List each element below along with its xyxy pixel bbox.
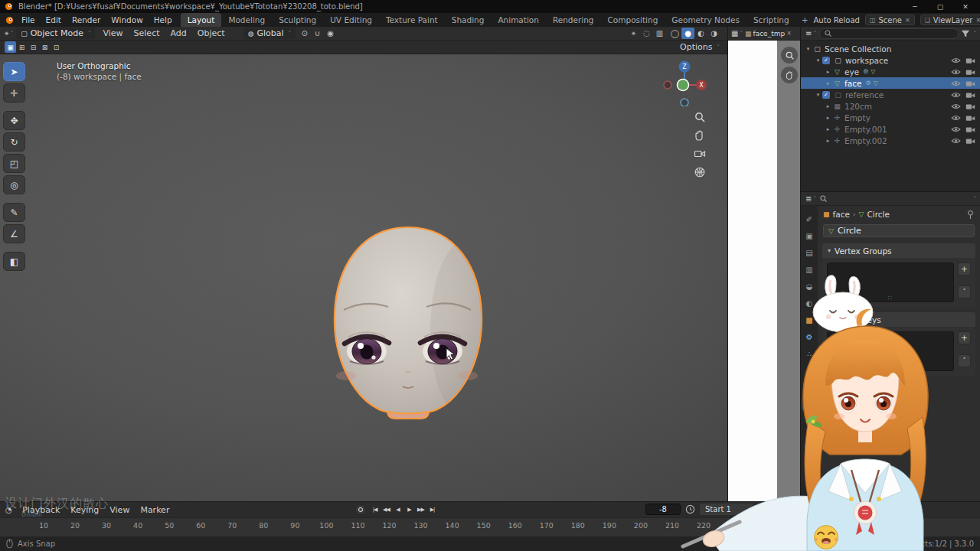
- 3d-head-model[interactable]: [0, 54, 727, 501]
- menu-render[interactable]: Render: [67, 15, 106, 24]
- disclosure-triangle-icon[interactable]: ▸: [824, 80, 832, 86]
- prev-keyframe-button[interactable]: ◀◀: [381, 504, 392, 515]
- shading-solid-icon[interactable]: ●: [681, 28, 694, 39]
- transform-orientation-dropdown[interactable]: ◍ Global ˅: [243, 28, 296, 39]
- view-layer-selector[interactable]: ❏ ViewLayer ✕: [920, 15, 980, 25]
- workspace-tab-shading[interactable]: Shading: [445, 13, 492, 27]
- unlink-view-layer-icon[interactable]: ✕: [975, 17, 980, 24]
- jump-to-end-button[interactable]: ▶|: [426, 504, 438, 515]
- tool-scale[interactable]: ◰: [3, 154, 25, 173]
- outliner-row-empty-002[interactable]: ▸✛Empty.002: [801, 135, 980, 146]
- disclosure-triangle-icon[interactable]: ▾: [814, 92, 822, 98]
- outliner-search-input[interactable]: [819, 28, 959, 39]
- workspace-tab-geometry-nodes[interactable]: Geometry Nodes: [665, 13, 746, 27]
- play-button[interactable]: ▶: [403, 504, 415, 515]
- select-mode-invert-icon[interactable]: ⊠: [39, 41, 51, 53]
- tab-tool[interactable]: ✐: [802, 212, 817, 226]
- unlink-image-icon[interactable]: ✕: [786, 30, 792, 37]
- outliner-row-empty[interactable]: ▸✛Empty: [801, 112, 980, 123]
- select-mode-set-icon[interactable]: ▣: [5, 41, 16, 53]
- tool-add-cube[interactable]: ◧: [3, 252, 25, 271]
- shading-wireframe-icon[interactable]: ◯: [668, 28, 681, 39]
- workspace-tab-rendering[interactable]: Rendering: [546, 13, 601, 27]
- outliner-row-120cm[interactable]: ▸▦120cm: [801, 100, 980, 112]
- outliner-row-face[interactable]: ▸▽face⚙▽: [801, 77, 980, 89]
- snap-magnet-toggle-icon[interactable]: ∪: [311, 28, 324, 39]
- properties-options-icon[interactable]: ˅: [974, 196, 977, 202]
- disable-in-renders-toggle[interactable]: [965, 68, 975, 76]
- pin-icon[interactable]: [966, 210, 975, 220]
- disclosure-triangle-icon[interactable]: ▸: [824, 103, 832, 109]
- disable-in-renders-toggle[interactable]: [965, 91, 975, 99]
- disable-in-renders-toggle[interactable]: [965, 114, 975, 122]
- hide-in-viewport-toggle[interactable]: [951, 68, 961, 76]
- hide-in-viewport-toggle[interactable]: [951, 57, 961, 64]
- next-keyframe-button[interactable]: ▶▶: [415, 504, 426, 515]
- hide-in-viewport-toggle[interactable]: [951, 137, 961, 145]
- shading-material-preview-icon[interactable]: ◐: [694, 28, 707, 39]
- play-reverse-button[interactable]: ◀: [392, 504, 403, 515]
- menu-edit[interactable]: Edit: [41, 15, 67, 24]
- tool-rotate[interactable]: ↻: [3, 132, 25, 152]
- select-mode-subtract-icon[interactable]: ⊟: [28, 41, 39, 53]
- options-dropdown[interactable]: Options ˅: [680, 42, 723, 52]
- add-workspace-button[interactable]: +: [796, 15, 814, 24]
- hide-in-viewport-toggle[interactable]: [951, 103, 961, 110]
- tool-cursor[interactable]: ✛: [3, 83, 25, 103]
- datablock-name-field[interactable]: ▽ Circle: [823, 224, 975, 237]
- pan-hand-icon[interactable]: [781, 67, 798, 83]
- hide-in-viewport-toggle[interactable]: [951, 80, 961, 87]
- workspace-tab-sculpting[interactable]: Sculpting: [272, 13, 323, 27]
- disable-in-renders-toggle[interactable]: [965, 57, 975, 64]
- tool-measure[interactable]: ∠: [3, 224, 25, 243]
- editor-type-properties-icon[interactable]: ≣˅: [805, 194, 817, 203]
- shape-keys-specials-button[interactable]: ˅: [958, 354, 971, 367]
- outliner-options-icon[interactable]: ˅: [974, 31, 977, 37]
- zoom-icon[interactable]: [694, 111, 706, 123]
- close-button[interactable]: ✕: [956, 3, 975, 11]
- menu-select[interactable]: Select: [129, 28, 165, 38]
- blender-menu-icon[interactable]: [5, 16, 14, 24]
- vertex-groups-specials-button[interactable]: ˅: [958, 285, 971, 298]
- disclosure-triangle-icon[interactable]: ▸: [824, 69, 832, 75]
- outliner-row-reference[interactable]: ▾✓▢reference: [801, 89, 980, 100]
- menu-view[interactable]: View: [97, 28, 128, 38]
- hide-in-viewport-toggle[interactable]: [951, 114, 961, 122]
- navigation-gizmo[interactable]: X Z: [662, 57, 710, 106]
- mode-selector-dropdown[interactable]: ▢ Object Mode ˅: [16, 28, 95, 39]
- show-gizmos-toggle-icon[interactable]: ⌖: [627, 28, 640, 39]
- hide-in-viewport-toggle[interactable]: [951, 91, 961, 99]
- jump-to-start-button[interactable]: |◀: [369, 504, 381, 515]
- disable-in-renders-toggle[interactable]: [965, 103, 975, 110]
- workspace-tab-layout[interactable]: Layout: [181, 13, 222, 27]
- image-name[interactable]: face_tmp: [753, 30, 785, 37]
- auto-reload-button[interactable]: Auto Reload: [813, 16, 859, 24]
- viewport-canvas[interactable]: ➤✛✥↻◰◎✎∠◧ User Orthographic (-8) workspa…: [0, 54, 727, 501]
- collapse-icon[interactable]: ▾: [828, 247, 831, 254]
- select-mode-extend-icon[interactable]: ⊞: [16, 41, 28, 53]
- collection-checkbox[interactable]: ✓: [822, 91, 830, 99]
- disclosure-triangle-icon[interactable]: ▸: [824, 115, 832, 121]
- minimize-button[interactable]: ─: [905, 3, 925, 11]
- add-vertex-groups-button[interactable]: +: [958, 262, 971, 276]
- tool-annotate[interactable]: ✎: [3, 203, 25, 222]
- workspace-tab-texture-paint[interactable]: Texture Paint: [379, 13, 445, 27]
- tab-render[interactable]: ▣: [802, 229, 817, 243]
- pan-hand-icon[interactable]: [694, 129, 706, 142]
- disclosure-triangle-icon[interactable]: ▸: [824, 126, 832, 132]
- toggle-grid-icon[interactable]: [694, 166, 706, 178]
- auto-keying-toggle[interactable]: [355, 504, 366, 515]
- hide-in-viewport-toggle[interactable]: [951, 126, 961, 133]
- menu-window[interactable]: Window: [106, 15, 148, 24]
- maximize-button[interactable]: ▢: [930, 3, 950, 11]
- disclosure-triangle-icon[interactable]: ▾: [814, 57, 822, 64]
- unlink-scene-icon[interactable]: ✕: [905, 17, 910, 24]
- pivot-point-dropdown-icon[interactable]: ⊙: [298, 28, 311, 39]
- tool-tweak-select[interactable]: ➤: [3, 62, 25, 81]
- workspace-tab-uv-editing[interactable]: UV Editing: [323, 13, 379, 27]
- breadcrumb-object[interactable]: face: [833, 210, 850, 219]
- menu-object[interactable]: Object: [192, 28, 230, 38]
- breadcrumb-data[interactable]: Circle: [867, 210, 890, 219]
- outliner-row-empty-001[interactable]: ▸✛Empty.001: [801, 123, 980, 135]
- menu-marker[interactable]: Marker: [135, 505, 175, 515]
